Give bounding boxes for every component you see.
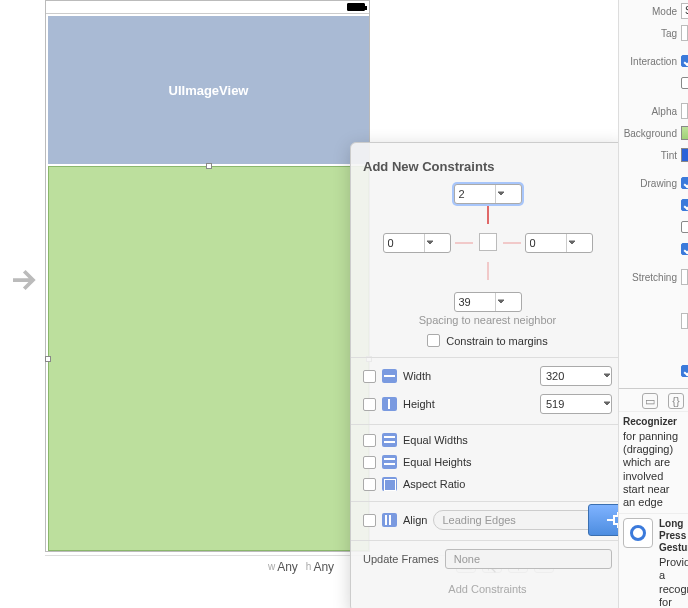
library-item-pan[interactable]: Recognizer for panning (dragging) which … bbox=[619, 411, 688, 513]
right-spacing-input[interactable] bbox=[526, 235, 566, 251]
clears-checkbox[interactable] bbox=[681, 199, 688, 211]
left-spacing-field[interactable] bbox=[383, 233, 451, 253]
drawing-label: Drawing bbox=[621, 178, 677, 189]
lib-pan-title: Recognizer bbox=[623, 416, 684, 428]
align-icon bbox=[382, 513, 397, 527]
height-icon bbox=[382, 397, 397, 411]
align-checkbox[interactable] bbox=[363, 514, 376, 527]
lib-pan-desc: for panning (dragging) which are involve… bbox=[623, 430, 678, 508]
selected-view[interactable] bbox=[48, 166, 369, 551]
spacing-caption: Spacing to nearest neighbor bbox=[351, 314, 624, 326]
tag-label: Tag bbox=[621, 28, 677, 39]
constrain-margins-checkbox[interactable] bbox=[427, 334, 440, 347]
constrain-margins-label: Constrain to margins bbox=[446, 335, 548, 347]
lib-longpress-desc: Provides a recognizer for gestures which… bbox=[659, 556, 688, 608]
equal-widths-label: Equal Widths bbox=[403, 434, 468, 446]
bottom-spacing-field[interactable] bbox=[454, 292, 522, 312]
top-strut-icon[interactable] bbox=[487, 206, 489, 224]
status-bar bbox=[46, 1, 369, 14]
interaction-label: Interaction bbox=[621, 56, 677, 67]
right-strut-icon[interactable] bbox=[503, 242, 521, 244]
aspect-ratio-label: Aspect Ratio bbox=[403, 478, 465, 490]
installed-checkbox[interactable] bbox=[681, 365, 688, 377]
clip-checkbox[interactable] bbox=[681, 221, 688, 233]
equal-heights-label: Equal Heights bbox=[403, 456, 472, 468]
update-frames-select[interactable]: None bbox=[445, 549, 612, 569]
background-swatch[interactable] bbox=[681, 126, 688, 140]
background-label: Background bbox=[621, 128, 677, 139]
device-canvas[interactable]: UIImageView bbox=[45, 0, 370, 552]
equal-heights-icon bbox=[382, 455, 397, 469]
top-spacing-field[interactable] bbox=[454, 184, 522, 204]
dropdown-icon[interactable] bbox=[566, 234, 578, 252]
library-file-tab[interactable]: ▭ bbox=[642, 393, 658, 409]
dropdown-icon[interactable] bbox=[603, 398, 611, 410]
width-value-field[interactable]: 320 bbox=[540, 366, 612, 386]
aspect-ratio-icon bbox=[382, 477, 397, 491]
opaque-checkbox[interactable] bbox=[681, 177, 688, 189]
align-label: Align bbox=[403, 514, 427, 526]
height-checkbox[interactable] bbox=[363, 398, 376, 411]
resize-handle-top[interactable] bbox=[206, 163, 212, 169]
mode-label: Mode bbox=[621, 6, 677, 17]
dropdown-icon[interactable] bbox=[495, 293, 507, 311]
uiimageview-label: UIImageView bbox=[169, 83, 249, 98]
tint-label: Tint bbox=[621, 150, 677, 161]
center-box-icon bbox=[479, 233, 497, 251]
mode-field[interactable]: Scale To bbox=[681, 3, 688, 19]
add-constraints-popover: Add New Constraints Spacing to nearest n… bbox=[350, 142, 625, 608]
width-checkbox[interactable] bbox=[363, 370, 376, 383]
left-strut-icon[interactable] bbox=[455, 242, 473, 244]
battery-icon bbox=[347, 3, 365, 11]
width-label: Width bbox=[403, 370, 431, 382]
library-item-longpress[interactable]: Long Press Gesture Provides a recognizer… bbox=[619, 513, 688, 608]
tint-swatch[interactable] bbox=[681, 148, 688, 162]
stretch-x-field[interactable] bbox=[681, 269, 688, 285]
library-tabs: ▭ {} bbox=[619, 389, 688, 411]
height-label: Height bbox=[403, 398, 435, 410]
dropdown-icon[interactable] bbox=[495, 185, 507, 203]
width-icon bbox=[382, 369, 397, 383]
back-arrow-icon[interactable] bbox=[8, 265, 38, 295]
autoresize-checkbox[interactable] bbox=[681, 243, 688, 255]
spacing-cross bbox=[383, 184, 593, 284]
stretch-width-field[interactable] bbox=[681, 313, 688, 329]
height-value: 519 bbox=[541, 398, 603, 410]
alpha-label: Alpha bbox=[621, 106, 677, 117]
right-spacing-field[interactable] bbox=[525, 233, 593, 253]
alpha-field[interactable] bbox=[681, 103, 688, 119]
aspect-ratio-checkbox[interactable] bbox=[363, 478, 376, 491]
equal-widths-icon bbox=[382, 433, 397, 447]
longpress-icon bbox=[623, 518, 653, 548]
resize-handle-left[interactable] bbox=[45, 356, 51, 362]
attributes-inspector: ModeScale To Tag InteractionUser I Multi… bbox=[618, 0, 688, 608]
multitouch-checkbox[interactable] bbox=[681, 77, 688, 89]
uiimageview[interactable]: UIImageView bbox=[48, 16, 369, 164]
popover-title: Add New Constraints bbox=[351, 153, 624, 184]
sizeclass-h-value: Any bbox=[313, 560, 334, 574]
stretching-label: Stretching bbox=[621, 272, 677, 283]
dropdown-icon[interactable] bbox=[603, 370, 611, 382]
update-frames-label: Update Frames bbox=[363, 553, 439, 565]
sizeclass-h-prefix: h bbox=[306, 561, 312, 572]
top-spacing-input[interactable] bbox=[455, 186, 495, 202]
add-constraints-button[interactable]: Add Constraints bbox=[363, 579, 612, 599]
tag-field[interactable] bbox=[681, 25, 688, 41]
lib-longpress-title: Long Press Gesture bbox=[659, 518, 688, 554]
width-value: 320 bbox=[541, 370, 603, 382]
align-select[interactable]: Leading Edges bbox=[433, 510, 612, 530]
sizeclass-w-prefix: w bbox=[268, 561, 275, 572]
equal-widths-checkbox[interactable] bbox=[363, 434, 376, 447]
bottom-strut-icon[interactable] bbox=[487, 262, 489, 280]
bottom-spacing-input[interactable] bbox=[455, 294, 495, 310]
user-interaction-checkbox[interactable] bbox=[681, 55, 688, 67]
dropdown-icon[interactable] bbox=[424, 234, 436, 252]
library-code-tab[interactable]: {} bbox=[668, 393, 684, 409]
height-value-field[interactable]: 519 bbox=[540, 394, 612, 414]
equal-heights-checkbox[interactable] bbox=[363, 456, 376, 469]
left-spacing-input[interactable] bbox=[384, 235, 424, 251]
sizeclass-w-value: Any bbox=[277, 560, 298, 574]
